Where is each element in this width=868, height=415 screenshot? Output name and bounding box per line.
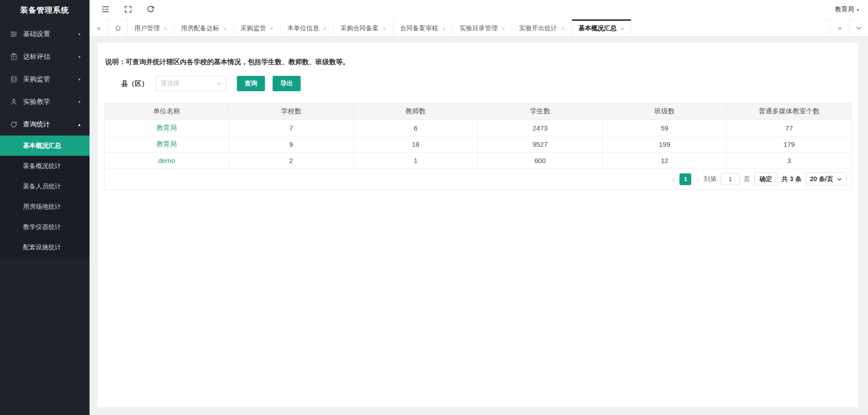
table-cell: 2473 xyxy=(478,120,602,136)
prev-page-icon[interactable]: ‹ xyxy=(671,175,676,184)
tab-item[interactable]: 本单位信息× xyxy=(281,19,334,36)
export-button[interactable]: 导出 xyxy=(273,76,301,91)
sidebar-menu-item[interactable]: 实验教学▾ xyxy=(0,90,90,113)
close-icon[interactable]: × xyxy=(502,26,505,32)
sidebar-submenu-item[interactable]: 教学仪器统计 xyxy=(0,217,90,237)
district-label: 县（区） xyxy=(121,79,148,88)
tab-label: 合同备案审核 xyxy=(400,24,438,33)
tab-item[interactable]: 实验开出统计× xyxy=(512,19,572,36)
sidebar-menu-item[interactable]: 查询统计▴ xyxy=(0,113,90,135)
home-icon[interactable] xyxy=(108,19,127,36)
goto-page-input[interactable] xyxy=(721,173,740,185)
unit-name-cell: demo xyxy=(104,152,229,168)
unit-link[interactable]: 教育局 xyxy=(156,140,177,148)
unit-link[interactable]: 教育局 xyxy=(156,124,177,131)
close-icon[interactable]: × xyxy=(561,26,565,32)
tab-item[interactable]: 采购合同备案× xyxy=(334,19,393,36)
refresh-icon[interactable] xyxy=(146,5,156,14)
query-button[interactable]: 查询 xyxy=(237,76,265,91)
next-page-icon[interactable]: › xyxy=(695,175,700,184)
sidebar-menu-item[interactable]: 采购监管▾ xyxy=(0,68,90,90)
goto-confirm-button[interactable]: 确定 xyxy=(754,173,778,186)
close-icon[interactable]: × xyxy=(442,26,446,32)
tab-list: 用户管理×用房配备达标×采购监管×本单位信息×采购合同备案×合同备案审核×实验目… xyxy=(127,19,631,36)
menu-arrow-icon: ▴ xyxy=(78,122,80,127)
table-header-cell: 学校数 xyxy=(229,103,353,120)
page-number-button[interactable]: 1 xyxy=(679,173,691,185)
tab-label: 实验目录管理 xyxy=(460,24,498,33)
close-icon[interactable]: × xyxy=(382,26,386,32)
table-header-row: 单位名称学校数教师数学生数班级数普通多媒体教室个数 xyxy=(104,103,851,120)
stack-icon xyxy=(10,75,18,83)
sidebar: 装备管理系统 基础设置▾达标评估▾采购监管▾实验教学▾查询统计▴基本概况汇总装备… xyxy=(0,0,90,415)
table-row: 教育局9189527199179 xyxy=(104,136,851,152)
tab-active[interactable]: 基本概况汇总× xyxy=(572,19,632,36)
user-name: 教育局 xyxy=(835,5,854,14)
table-cell: 18 xyxy=(354,136,478,152)
table-cell: 3 xyxy=(727,152,851,168)
tab-item[interactable]: 合同备案审核× xyxy=(393,19,453,36)
tab-item[interactable]: 实验目录管理× xyxy=(453,19,513,36)
unit-name-cell: 教育局 xyxy=(104,120,229,136)
tab-item[interactable]: 用户管理× xyxy=(127,19,175,36)
app-title: 装备管理系统 xyxy=(0,0,90,21)
tab-label: 采购监管 xyxy=(241,24,266,33)
sidebar-submenu-item[interactable]: 装备人员统计 xyxy=(0,176,90,196)
chevron-down-icon xyxy=(837,177,842,182)
district-select[interactable]: 请选择 xyxy=(156,76,226,91)
table-header-cell: 教师数 xyxy=(354,103,478,120)
close-icon[interactable]: × xyxy=(270,26,274,32)
table-cell: 179 xyxy=(727,136,851,152)
tab-label: 基本概况汇总 xyxy=(579,24,617,33)
fullscreen-icon[interactable] xyxy=(124,5,133,14)
sidebar-submenu-item[interactable]: 配套设施统计 xyxy=(0,237,90,257)
tab-label: 采购合同备案 xyxy=(340,24,378,33)
close-icon[interactable]: × xyxy=(323,26,327,32)
table-cell: 2 xyxy=(229,152,353,168)
table-cell: 7 xyxy=(229,120,353,136)
sidebar-menu-item[interactable]: 基础设置▾ xyxy=(0,23,90,45)
page-size-select[interactable]: 20 条/页 xyxy=(806,173,847,186)
page-description: 说明：可查询并统计辖区内各学校的基本情况，包括学生数、教师数、班级数等。 xyxy=(105,43,852,66)
sidebar-submenu-item[interactable]: 装备概况统计 xyxy=(0,156,90,176)
total-count-label: 共 3 条 xyxy=(782,175,802,183)
menu-arrow-icon: ▾ xyxy=(78,32,80,37)
pagination: ‹ 1 › 到第 页 确定 共 3 条 20 条/页 xyxy=(104,169,851,190)
table-cell: 6 xyxy=(354,120,478,136)
app-root: 装备管理系统 基础设置▾达标评估▾采购监管▾实验教学▾查询统计▴基本概况汇总装备… xyxy=(0,0,868,415)
filter-row: 县（区） 请选择 查询 导出 xyxy=(104,76,852,91)
sidebar-menu-item[interactable]: 达标评估▾ xyxy=(0,45,90,68)
table-header-cell: 单位名称 xyxy=(104,103,229,120)
user-icon xyxy=(10,98,18,106)
tab-item[interactable]: 用房配备达标× xyxy=(175,19,234,36)
tabs-scroll-left-button[interactable]: « xyxy=(90,19,108,36)
menu-fold-icon[interactable] xyxy=(101,5,110,14)
sliders-icon xyxy=(10,30,18,38)
menu-item-label: 基础设置 xyxy=(23,30,50,38)
menu-arrow-icon: ▾ xyxy=(78,99,80,104)
goto-prefix-label: 到第 xyxy=(704,175,717,183)
tabs-menu-button[interactable] xyxy=(849,19,868,36)
menu-item-label: 查询统计 xyxy=(23,120,50,129)
close-icon[interactable]: × xyxy=(164,26,167,32)
sidebar-submenu: 基本概况汇总装备概况统计装备人员统计用房场地统计教学仪器统计配套设施统计 xyxy=(0,135,90,257)
district-select-placeholder: 请选择 xyxy=(160,79,179,88)
table-cell: 600 xyxy=(478,152,602,168)
user-dropdown[interactable]: 教育局 ▾ xyxy=(835,5,859,14)
table-row: demo21600123 xyxy=(104,152,851,168)
sidebar-submenu-item[interactable]: 用房场地统计 xyxy=(0,196,90,217)
close-icon[interactable]: × xyxy=(223,26,227,32)
unit-link[interactable]: demo xyxy=(158,157,175,164)
unit-name-cell: 教育局 xyxy=(104,136,229,152)
table-body: 教育局7624735977教育局9189527199179demo2160012… xyxy=(104,120,851,168)
main-area: 教育局 ▾ « 用户管理×用房配备达标×采购监管×本单位信息×采购合同备案×合同… xyxy=(90,0,868,415)
tabs-scroll-right-button[interactable]: » xyxy=(830,19,849,36)
close-icon[interactable]: × xyxy=(621,26,624,32)
tab-label: 用户管理 xyxy=(134,24,160,33)
tab-item[interactable]: 采购监管× xyxy=(234,19,281,36)
tab-label: 用房配备达标 xyxy=(181,24,219,33)
topbar: 教育局 ▾ xyxy=(90,0,868,19)
sidebar-submenu-item[interactable]: 基本概况汇总 xyxy=(0,135,90,156)
goto-suffix-label: 页 xyxy=(744,175,750,183)
sidebar-menu: 基础设置▾达标评估▾采购监管▾实验教学▾查询统计▴基本概况汇总装备概况统计装备人… xyxy=(0,23,90,257)
